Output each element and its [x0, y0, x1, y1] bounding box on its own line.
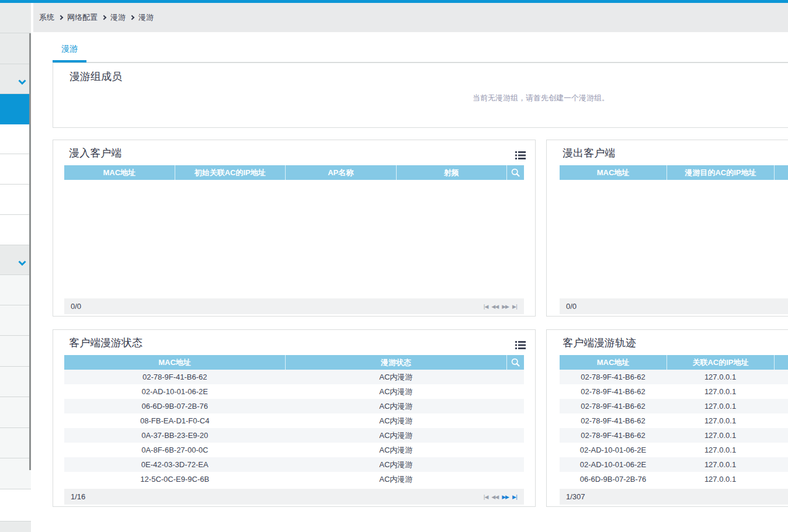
roam-status-cell: AC内漫游	[286, 474, 507, 485]
client-roaming-track-panel: 客户端漫游轨迹 MAC地址 关联AC的IP地址 02-78-9F-	[546, 329, 788, 507]
sidebar-item-active[interactable]	[0, 94, 31, 124]
column-header	[774, 165, 788, 180]
table-header: MAC地址 关联AC的IP地址	[560, 355, 788, 370]
sidebar	[0, 3, 31, 532]
column-header: 初始关联AC的IP地址	[175, 165, 286, 180]
mac-address-cell: 02-78-9F-41-B6-62	[560, 416, 666, 425]
mac-address-cell: 06-6D-9B-07-2B-76	[560, 475, 666, 484]
table-row: 02-AD-10-01-06-2E AC内漫游	[64, 384, 524, 399]
mac-address-cell: 02-78-9F-41-B6-62	[560, 402, 666, 411]
column-header: MAC地址	[64, 355, 285, 370]
first-page-icon[interactable]: |◀	[483, 494, 488, 500]
table-row: 02-78-9F-41-B6-62 127.0.0.1	[560, 413, 788, 428]
pagination-bar: 0/0	[560, 298, 788, 314]
column-header: 漫游目的AC的IP地址	[666, 165, 774, 180]
tab-bar: 漫游	[53, 32, 788, 62]
sidebar-item[interactable]	[0, 428, 31, 458]
sidebar-item[interactable]	[0, 124, 31, 154]
roam-out-clients-panel: 漫出客户端 MAC地址 漫游目的AC的IP地址 0/0	[546, 140, 788, 317]
table-row: 06-6D-9B-07-2B-76 127.0.0.1	[560, 472, 788, 486]
prev-page-icon[interactable]: ◀◀	[491, 304, 498, 310]
column-header: 漫游状态	[285, 355, 506, 370]
roam-status-cell: AC内漫游	[286, 460, 507, 470]
table-row: 0A-8F-6B-27-00-0C AC内漫游	[64, 443, 524, 457]
chevron-down-icon	[18, 258, 26, 268]
panel-title: 漫出客户端	[563, 146, 615, 160]
sidebar-item-expanded[interactable]	[0, 245, 31, 275]
mac-address-cell: 12-5C-0C-E9-9C-6B	[64, 475, 286, 484]
tab-roaming[interactable]: 漫游	[53, 32, 86, 62]
first-page-icon[interactable]: |◀	[483, 304, 488, 310]
roam-status-cell: AC内漫游	[286, 430, 507, 441]
mac-address-cell: 02-78-9F-41-B6-62	[560, 431, 666, 440]
mac-address-cell: 02-78-9F-41-B6-62	[64, 373, 286, 381]
table-row: 02-78-9F-41-B6-62 127.0.0.1	[560, 370, 788, 384]
breadcrumb-item[interactable]: 系统	[39, 12, 54, 23]
search-icon[interactable]	[506, 165, 524, 180]
table-row: 02-78-9F-41-B6-62 AC内漫游	[64, 370, 524, 384]
last-page-icon[interactable]: ▶|	[512, 304, 517, 310]
last-page-icon[interactable]: ▶|	[512, 494, 517, 500]
column-header: MAC地址	[64, 165, 175, 180]
ac-ip-cell: 127.0.0.1	[666, 446, 774, 454]
column-header: MAC地址	[560, 165, 666, 180]
sidebar-item[interactable]	[0, 33, 31, 64]
sidebar-scrollbar[interactable]	[29, 33, 31, 470]
sidebar-item[interactable]	[0, 367, 31, 397]
roam-status-cell: AC内漫游	[286, 372, 507, 383]
sidebar-item[interactable]	[0, 489, 31, 521]
chevron-right-icon	[58, 15, 63, 19]
mac-address-cell: 0A-37-BB-23-E9-20	[64, 431, 286, 440]
chevron-down-icon	[18, 77, 26, 87]
sidebar-item	[0, 521, 31, 532]
roam-status-cell: AC内漫游	[286, 416, 507, 426]
column-header: MAC地址	[560, 355, 666, 370]
search-icon[interactable]	[506, 355, 524, 370]
sidebar-item[interactable]	[0, 397, 31, 428]
table-header: MAC地址 漫游状态	[64, 355, 524, 370]
sidebar-item[interactable]	[0, 275, 31, 305]
breadcrumb-item[interactable]: 网络配置	[67, 12, 98, 23]
table-row: 12-5C-0C-E9-9C-6B AC内漫游	[64, 472, 524, 486]
table-row: 02-AD-10-01-06-2E 127.0.0.1	[560, 457, 788, 472]
breadcrumb-item[interactable]: 漫游	[110, 12, 126, 23]
sidebar-item[interactable]	[0, 185, 31, 215]
table-row: 06-6D-9B-07-2B-76 AC内漫游	[64, 399, 524, 413]
ac-ip-cell: 127.0.0.1	[666, 402, 774, 411]
roam-in-clients-panel: 漫入客户端 MAC地址 初始关联AC的IP地址 AP名称 射频	[53, 140, 536, 317]
sidebar-item[interactable]	[0, 305, 31, 336]
sidebar-item-expanded[interactable]	[0, 64, 31, 94]
column-header: 关联AC的IP地址	[666, 355, 774, 370]
mac-address-cell: 02-78-9F-41-B6-62	[560, 373, 666, 381]
sidebar-item[interactable]	[0, 215, 31, 245]
table-row: 0A-37-BB-23-E9-20 AC内漫游	[64, 428, 524, 443]
pagination-bar: 1/307	[560, 489, 788, 505]
sidebar-item[interactable]	[0, 3, 31, 33]
sidebar-item[interactable]	[0, 154, 31, 185]
mac-address-cell: 02-78-9F-41-B6-62	[560, 387, 666, 396]
pagination-bar: 0/0 |◀ ◀◀ ▶▶ ▶|	[64, 298, 524, 314]
panel-title: 漫入客户端	[69, 146, 122, 160]
list-icon[interactable]	[515, 151, 526, 160]
sidebar-item[interactable]	[0, 458, 31, 489]
table-row: 02-78-9F-41-B6-62 127.0.0.1	[560, 428, 788, 443]
mac-address-cell: 06-6D-9B-07-2B-76	[64, 402, 286, 411]
sidebar-item[interactable]	[0, 336, 31, 367]
page-count: 1/16	[71, 492, 85, 501]
next-page-icon[interactable]: ▶▶	[502, 304, 509, 310]
table-row: 08-FB-EA-D1-F0-C4 AC内漫游	[64, 413, 524, 428]
chevron-right-icon	[102, 15, 106, 19]
page-count: 1/307	[566, 492, 585, 501]
next-page-icon[interactable]: ▶▶	[502, 494, 509, 500]
page-count: 0/0	[566, 302, 577, 311]
breadcrumb-item-current: 漫游	[138, 12, 154, 23]
list-icon[interactable]	[515, 340, 526, 350]
chevron-right-icon	[130, 15, 134, 19]
table-header: MAC地址 漫游目的AC的IP地址	[560, 165, 788, 180]
prev-page-icon[interactable]: ◀◀	[491, 494, 498, 500]
roaming-group-panel: 漫游组成员 当前无漫游组，请首先创建一个漫游组。	[53, 62, 788, 128]
pagination-bar: 1/16 |◀ ◀◀ ▶▶ ▶|	[64, 489, 524, 505]
mac-address-cell: 0E-42-03-3D-72-EA	[64, 460, 286, 469]
ac-ip-cell: 127.0.0.1	[666, 431, 774, 440]
mac-address-cell: 08-FB-EA-D1-F0-C4	[64, 416, 286, 425]
